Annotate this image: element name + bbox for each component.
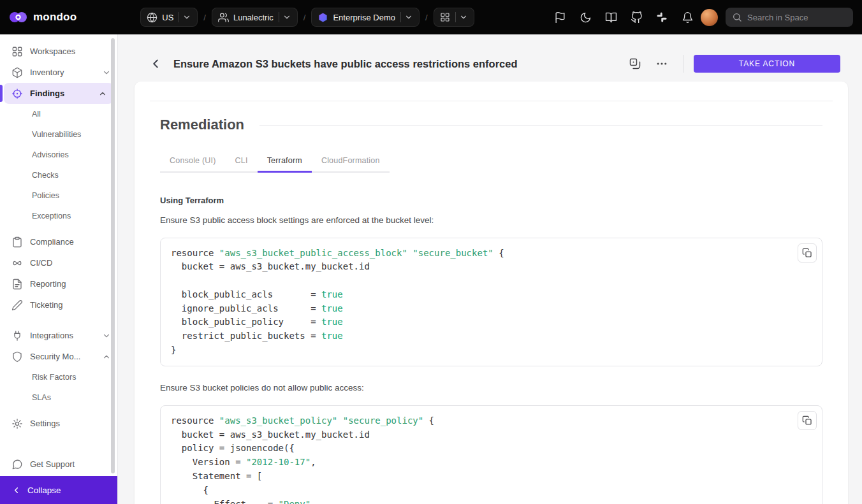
sidebar-subitem-slas[interactable]: SLAs [0,387,117,408]
support-chat-icon [11,459,23,470]
ticketing-pen-icon [11,299,23,311]
terraform-instruction-2: Ensure S3 bucket policies do not allow p… [160,383,822,392]
region-label: US [162,13,173,22]
chevron-down-icon [102,331,111,340]
using-terraform-heading: Using Terraform [160,196,822,205]
github-button[interactable] [624,6,648,29]
docs-button[interactable] [599,6,623,29]
page-header: Ensure Amazon S3 buckets have public acc… [118,34,862,82]
chevron-left-icon [149,57,163,71]
chevron-down-icon[interactable] [401,13,416,22]
github-icon [631,11,643,24]
sidebar-item-workspaces[interactable]: Workspaces [0,41,117,62]
sidebar-item-label: Settings [30,419,60,428]
sidebar-item-compliance[interactable]: Compliance [0,231,117,252]
sidebar-subitem-exceptions[interactable]: Exceptions [0,206,117,226]
tab-terraform[interactable]: Terraform [258,151,312,173]
search-input[interactable] [747,13,859,22]
breadcrumb: US / Lunalectric / [140,8,474,27]
sidebar-subitem-risk-factors[interactable]: Risk Factors [0,367,117,387]
page-title: Ensure Amazon S3 buckets have public acc… [173,58,518,70]
take-action-button[interactable]: TAKE ACTION [694,55,840,73]
org-selector[interactable]: Lunalectric [212,8,298,27]
remediation-section-header: Remediation [160,117,822,133]
inventory-icon [11,67,23,78]
view-selector[interactable] [434,8,474,27]
space-selector[interactable]: Enterprise Demo [311,8,420,27]
globe-icon [147,12,157,23]
sidebar-item-label: Inventory [30,68,64,77]
slack-button[interactable] [650,6,674,29]
sidebar-item-label: Get Support [30,459,75,469]
shell: Workspaces Inventory Findings [0,34,862,504]
sidebar-item-findings[interactable]: Findings [4,83,113,104]
sidebar-scrollbar[interactable] [111,38,115,473]
collapse-label: Collapse [27,486,61,495]
user-avatar[interactable] [701,9,718,26]
moon-icon [580,11,592,24]
scan-copy-button[interactable] [624,53,646,75]
chevron-down-icon[interactable] [179,13,194,22]
reporting-icon [11,278,23,290]
sidebar-item-label: Integrations [30,331,73,340]
sidebar-item-label: Workspaces [30,47,75,56]
tab-cloudformation[interactable]: CloudFormation [312,151,390,173]
finding-detail-card: Remediation Console (UI) CLI Terraform C… [135,82,848,504]
sidebar-item-reporting[interactable]: Reporting [0,273,117,294]
remediation-heading: Remediation [160,117,244,133]
app-root: mondoo US / Lunalectric [0,0,862,504]
space-icon [318,12,328,23]
mondoo-logo-icon [9,9,28,25]
compliance-icon [11,236,23,248]
chevron-down-icon [102,68,111,77]
sidebar-item-inventory[interactable]: Inventory [0,62,117,83]
region-selector[interactable]: US [140,8,198,27]
flag-button[interactable] [548,6,572,29]
sidebar-collapse-button[interactable]: Collapse [0,476,117,504]
security-model-shield-icon [11,351,23,363]
terraform-instruction-1: Ensure S3 public access block settings a… [160,215,822,225]
breadcrumb-separator: / [425,13,428,22]
sidebar-item-ticketing[interactable]: Ticketing [0,294,117,315]
copy-icon [802,415,812,426]
sidebar-item-label: Compliance [30,237,74,247]
chevron-down-icon[interactable] [456,13,471,22]
brand[interactable]: mondoo [9,9,77,25]
heading-rule [259,125,822,126]
code-block-bucket-policy: resource "aws_s3_bucket_policy" "secure_… [160,405,822,504]
back-button[interactable] [146,54,165,73]
findings-icon [11,88,23,99]
terraform-code-1[interactable]: resource "aws_s3_bucket_public_access_bl… [171,247,786,357]
book-open-icon [605,11,617,24]
sidebar-item-label: Ticketing [30,300,63,310]
sidebar-item-integrations[interactable]: Integrations [0,325,117,346]
sidebar-subitem-advisories[interactable]: Advisories [0,145,117,165]
page-header-actions: TAKE ACTION [624,53,840,75]
more-options-button[interactable] [651,53,673,75]
sidebar: Workspaces Inventory Findings [0,34,118,504]
sidebar-subitem-vulnerabilities[interactable]: Vulnerabilities [0,124,117,145]
copy-icon [802,248,812,258]
sidebar-subitem-checks[interactable]: Checks [0,165,117,185]
copy-code-button[interactable] [798,411,817,430]
space-label: Enterprise Demo [333,13,395,22]
terraform-code-2[interactable]: resource "aws_s3_bucket_policy" "secure_… [171,414,786,504]
chevron-down-icon[interactable] [279,13,295,22]
sidebar-item-label: Security Mo... [30,352,80,361]
tab-console-ui[interactable]: Console (UI) [160,151,226,173]
notifications-button[interactable] [675,6,699,29]
organization-icon [218,12,229,23]
sidebar-item-security-model[interactable]: Security Mo... [0,346,117,367]
sidebar-item-get-support[interactable]: Get Support [0,454,117,475]
search-icon [732,12,742,22]
sidebar-subitem-all[interactable]: All [0,104,117,124]
sidebar-item-settings[interactable]: Settings [0,413,117,434]
chevron-left-icon [11,486,21,495]
slack-icon [656,11,668,23]
theme-toggle-button[interactable] [573,6,597,29]
sidebar-subitem-policies[interactable]: Policies [0,185,117,206]
org-label: Lunalectric [233,13,274,22]
copy-code-button[interactable] [798,243,817,263]
tab-cli[interactable]: CLI [226,151,258,173]
sidebar-item-cicd[interactable]: CI/CD [0,252,117,273]
